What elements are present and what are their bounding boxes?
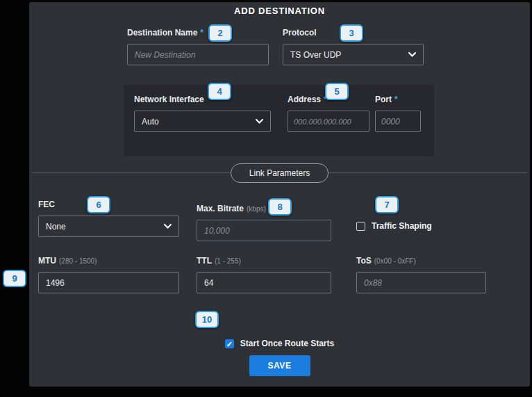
protocol-dropdown[interactable]: TS Over UDP xyxy=(283,44,424,65)
port-group: Port* xyxy=(375,95,421,132)
ttl-label: TTL(1 - 255) xyxy=(197,256,331,266)
chevron-down-icon xyxy=(256,119,263,124)
max-bitrate-input[interactable] xyxy=(197,220,331,241)
chevron-down-icon xyxy=(408,52,416,57)
destination-name-group: Destination Name* xyxy=(127,28,269,65)
start-once-row: ✓ Start Once Route Starts xyxy=(29,339,530,348)
network-interface-group: Network Interface Auto xyxy=(134,95,271,132)
max-bitrate-group: Max. Bitrate(kbps) xyxy=(197,204,331,241)
destination-name-input[interactable] xyxy=(127,44,269,65)
network-interface-dropdown[interactable]: Auto xyxy=(134,111,271,132)
add-destination-dialog: ADD DESTINATION Destination Name* Protoc… xyxy=(0,0,532,397)
network-settings-panel: Network Interface Auto Address* Port* xyxy=(124,85,434,156)
destination-name-label: Destination Name* xyxy=(127,28,269,38)
ttl-input[interactable] xyxy=(197,272,331,293)
ttl-hint: (1 - 255) xyxy=(215,257,241,265)
fec-dropdown[interactable]: None xyxy=(38,216,179,237)
port-input[interactable] xyxy=(375,111,421,132)
ttl-group: TTL(1 - 255) xyxy=(197,256,331,293)
callout-8: 8 xyxy=(268,198,292,216)
traffic-shaping-checkbox[interactable] xyxy=(356,222,365,231)
traffic-shaping-row: Traffic Shaping xyxy=(356,221,432,231)
mtu-label: MTU(280 - 1500) xyxy=(38,256,179,266)
check-icon: ✓ xyxy=(226,340,233,348)
chevron-down-icon xyxy=(164,224,172,229)
address-group: Address* xyxy=(288,95,369,132)
save-button[interactable]: SAVE xyxy=(249,355,310,376)
fec-value: None xyxy=(46,222,66,232)
callout-9: 9 xyxy=(3,270,26,287)
callout-10: 10 xyxy=(195,311,219,328)
max-bitrate-label: Max. Bitrate(kbps) xyxy=(197,204,331,213)
link-parameters-pill: Link Parameters xyxy=(231,163,329,183)
tos-label: ToS(0x00 - 0xFF) xyxy=(356,256,486,266)
callout-6: 6 xyxy=(87,196,110,213)
traffic-shaping-label: Traffic Shaping xyxy=(372,221,432,231)
mtu-hint: (280 - 1500) xyxy=(59,257,97,265)
tos-group: ToS(0x00 - 0xFF) xyxy=(356,256,486,293)
dialog-panel xyxy=(29,2,530,387)
callout-2: 2 xyxy=(208,24,232,42)
address-input[interactable] xyxy=(288,111,369,132)
mtu-group: MTU(280 - 1500) xyxy=(38,256,179,293)
start-once-checkbox[interactable]: ✓ xyxy=(225,339,234,348)
protocol-value: TS Over UDP xyxy=(290,50,341,60)
network-interface-value: Auto xyxy=(142,117,159,127)
required-asterisk: * xyxy=(200,28,203,38)
tos-hint: (0x00 - 0xFF) xyxy=(374,257,416,265)
network-interface-label: Network Interface xyxy=(134,95,271,104)
dialog-title: ADD DESTINATION xyxy=(29,6,530,16)
max-bitrate-hint: (kbps) xyxy=(247,205,266,213)
port-label: Port* xyxy=(375,95,421,104)
tos-input[interactable] xyxy=(356,272,486,293)
callout-7: 7 xyxy=(375,196,399,213)
start-once-label: Start Once Route Starts xyxy=(240,339,334,348)
callout-4: 4 xyxy=(208,83,231,100)
required-asterisk: * xyxy=(394,95,398,104)
mtu-input[interactable] xyxy=(38,272,179,293)
callout-5: 5 xyxy=(325,83,349,100)
callout-3: 3 xyxy=(340,24,363,42)
